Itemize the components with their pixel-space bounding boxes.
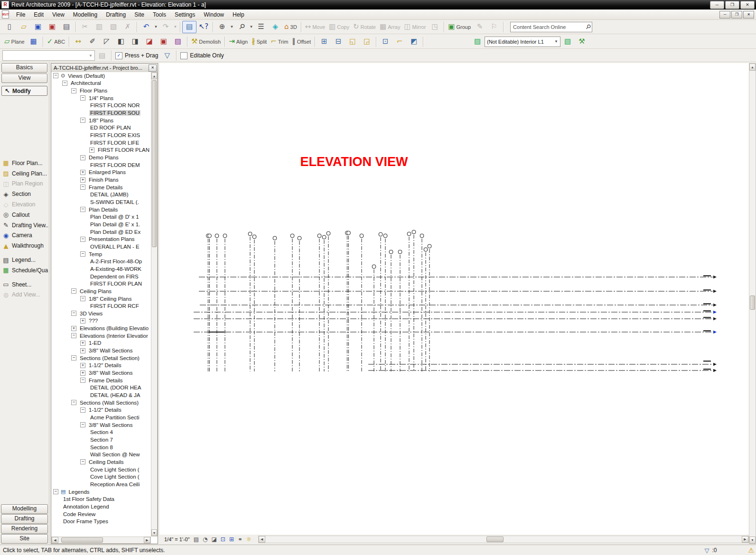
design-item-ceiling-plan[interactable]: ▨Ceiling Plan... — [1, 168, 48, 179]
collapse-icon[interactable]: − — [80, 155, 85, 160]
expand-icon[interactable]: + — [80, 318, 85, 324]
tree-item[interactable]: S-SWING DETAIL (. — [51, 198, 151, 206]
tree-branch[interactable]: −Floor Plans — [51, 87, 151, 94]
tree-branch[interactable]: −Plan Details — [51, 206, 151, 213]
crop-region-icon[interactable]: ⊡ — [221, 536, 225, 543]
tree-branch[interactable]: −▤Legends — [51, 488, 151, 496]
edit-option-button[interactable]: ⚒ — [575, 36, 589, 48]
tree-item[interactable]: FIRST FLOOR DEM — [51, 161, 151, 169]
view-vscrollbar[interactable]: ▲ ▼ — [749, 63, 756, 544]
design-item-drafting-view[interactable]: ✎Drafting View... — [1, 220, 48, 231]
wall-join-button[interactable]: ⊞ — [317, 36, 331, 48]
tree-branch[interactable]: −Sections (Wall Sections) — [51, 399, 151, 407]
tree-item[interactable]: Acme Partition Secti — [51, 414, 151, 421]
mirror-button[interactable]: ◫Mirror — [402, 21, 428, 33]
expand-icon[interactable]: + — [89, 148, 94, 153]
tree-item[interactable]: Dependent on FIRS — [51, 273, 151, 280]
tree-item[interactable]: Section 8 — [51, 444, 151, 451]
type-selector-combo[interactable]: ▼ — [2, 50, 95, 61]
tree-item[interactable]: DETAIL (DOOR HEA — [51, 384, 151, 392]
tree-branch[interactable]: −⊙Views (Default) — [51, 72, 151, 80]
raster-image-button[interactable]: ▨ — [470, 36, 485, 48]
design-item-walkthrough[interactable]: ▲Walkthrough — [1, 240, 48, 251]
design-item-section[interactable]: ◈Section — [1, 189, 48, 199]
view-vscroll-thumb[interactable] — [750, 296, 755, 310]
menu-window[interactable]: Window — [199, 10, 228, 19]
tree-branch[interactable]: −1/8" Ceiling Plans — [51, 295, 151, 303]
scroll-up-icon[interactable]: ▲ — [151, 73, 157, 79]
tree-branch[interactable]: −Ceiling Details — [51, 458, 151, 466]
show-crop-region-icon[interactable]: ⊞ — [229, 536, 234, 543]
collapse-icon[interactable]: − — [80, 422, 85, 427]
tree-branch[interactable]: −Architectural — [51, 80, 151, 87]
model-graphics-style-icon[interactable]: ◔ — [203, 536, 207, 543]
collapse-icon[interactable]: − — [80, 185, 85, 190]
tree-item[interactable]: A-2-First Floor-48-Op — [51, 258, 151, 265]
scroll-left-icon[interactable]: ◀ — [52, 537, 58, 543]
undo-dropdown[interactable]: ▼ — [153, 21, 159, 33]
minimize-button[interactable]: ─ — [710, 1, 724, 9]
tree-vscrollbar[interactable]: ▲ ▼ — [151, 72, 158, 536]
tree-vscroll-thumb[interactable] — [152, 80, 157, 247]
expand-icon[interactable]: + — [80, 370, 85, 376]
tree-item[interactable]: FIRST FLOOR LIFE — [51, 139, 151, 147]
tree-item[interactable]: Cove Light Section ( — [51, 473, 151, 481]
tree-item[interactable]: Cove Light Section ( — [51, 466, 151, 473]
tree-branch[interactable]: +3/8" Wall Sections — [51, 369, 151, 377]
tree-item[interactable]: Plan Detail @ D' x 1 — [51, 213, 151, 221]
collapse-icon[interactable]: − — [53, 489, 58, 494]
mdi-restore-button[interactable]: ❐ — [731, 11, 742, 18]
camera-3d-button[interactable]: ⌂3D — [282, 21, 299, 33]
editable-only-checkbox[interactable]: Editable Only — [178, 52, 225, 59]
trim-button[interactable]: ⌐Trim — [269, 36, 290, 48]
expand-icon[interactable]: + — [80, 170, 85, 175]
tree-item[interactable]: Annotation Legend — [51, 503, 151, 510]
tree-item[interactable]: A-Existing-48-WORK — [51, 265, 151, 273]
design-item-sheet[interactable]: ▭Sheet... — [1, 279, 48, 290]
tree-branch[interactable]: −Ceiling Plans — [51, 287, 151, 295]
menu-drafting[interactable]: Drafting — [102, 10, 130, 19]
undo-button[interactable]: ↶ — [139, 21, 153, 33]
project-browser-header[interactable]: A-TCCH-ED-jpfeiffer.rvt - Project bro...… — [51, 64, 158, 73]
design-tab-basics[interactable]: Basics — [1, 63, 47, 73]
linework-tool-button[interactable]: ◩ — [407, 36, 421, 48]
collapse-icon[interactable]: − — [71, 355, 76, 361]
tree-item[interactable]: DETAIL (HEAD & JA — [51, 391, 151, 399]
design-item-callout[interactable]: ◎Callout — [1, 210, 48, 220]
tree-item[interactable]: 1st Floor Safety Data — [51, 495, 151, 503]
view-hscrollbar[interactable]: ◀ ▶ — [258, 536, 749, 543]
collapse-icon[interactable]: − — [80, 237, 85, 242]
dimension-button[interactable]: ↔ — [71, 36, 85, 48]
tree-item[interactable]: Section 4 — [51, 429, 151, 436]
tree-branch[interactable]: +Enlarged Plans — [51, 169, 151, 176]
collapse-icon[interactable]: − — [80, 118, 85, 123]
delete-button[interactable]: ✗ — [121, 21, 135, 33]
warning-icon[interactable]: ⚠ — [748, 546, 754, 554]
zoom-dropdown[interactable]: ▼ — [249, 21, 254, 33]
tree-branch[interactable]: +Elevations (Building Elevatio — [51, 324, 151, 332]
open-folder-button[interactable]: ▱ — [17, 21, 31, 33]
align-button[interactable]: ⇥Align — [227, 36, 250, 48]
work-plane-button[interactable]: ▱Plane — [2, 36, 27, 48]
unpin-button[interactable]: ⚐ — [487, 21, 501, 33]
collapse-icon[interactable]: − — [53, 73, 58, 78]
tree-branch[interactable]: −1-1/2" Details — [51, 407, 151, 414]
scroll-right-icon[interactable]: ▶ — [742, 536, 748, 543]
tree-branch[interactable]: −3D Views — [51, 310, 151, 317]
door-opening-button[interactable]: ◧ — [114, 36, 128, 48]
tree-branch[interactable]: +FIRST FLOOR PLAN — [51, 147, 151, 154]
view-scale[interactable]: 1/4" = 1'-0" — [164, 536, 190, 542]
tree-branch[interactable]: −1/8" Plans — [51, 117, 151, 124]
tree-branch[interactable]: −Elevations (Interior Elevatior — [51, 332, 151, 340]
selection-filter-icon[interactable]: ▽ — [704, 547, 709, 554]
tree-hscrollbar[interactable]: ◀ ▶ — [51, 536, 151, 544]
tree-hscroll-thumb[interactable] — [61, 537, 103, 543]
collapse-icon[interactable]: − — [71, 311, 76, 316]
move-button[interactable]: ↔Move — [303, 21, 327, 33]
tree-branch[interactable]: +??? — [51, 317, 151, 325]
wall-opening-button[interactable]: ◨ — [128, 36, 142, 48]
tree-item[interactable]: Reception Area Ceili — [51, 481, 151, 488]
tree-branch[interactable]: +1-ED — [51, 340, 151, 347]
redo-dropdown[interactable]: ▼ — [173, 21, 178, 33]
dont-cut-geometry-button[interactable]: ⌐ — [392, 36, 407, 48]
